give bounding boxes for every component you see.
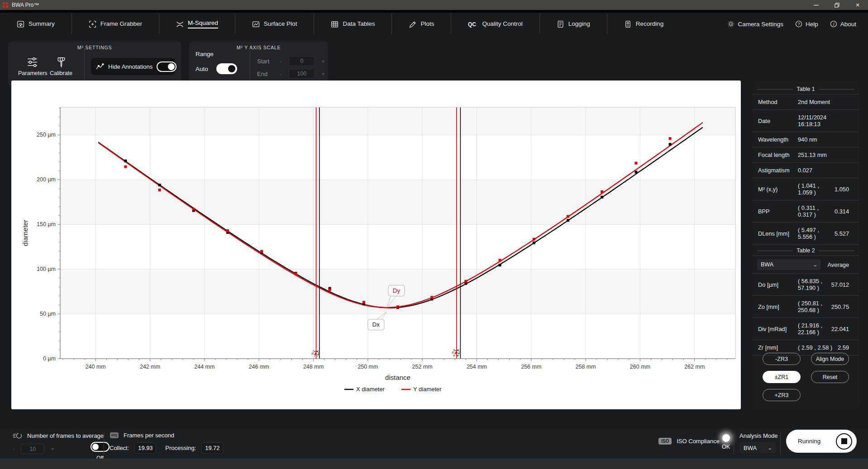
calibrate-label: Calibrate	[47, 70, 75, 76]
frames-average-label: Number of frames to average	[27, 432, 104, 439]
frames-minus-button[interactable]: -	[13, 445, 14, 452]
svg-text:QC: QC	[468, 21, 476, 28]
fps-label: Frames per second	[124, 432, 174, 439]
start-plus-button[interactable]: +	[321, 58, 325, 65]
tab-surface-plot[interactable]: Surface Plot	[235, 13, 314, 35]
table-row: Do [µm]( 56.835 , 57.190 )57.012	[753, 273, 859, 295]
statusbar-divider	[104, 432, 104, 454]
info-icon: i	[830, 20, 837, 28]
align-mode-button[interactable]: Align Mode	[811, 353, 849, 365]
table2-header: Table 2	[753, 244, 859, 256]
y-axis-title: diameter	[21, 220, 29, 246]
end-label: End	[257, 71, 272, 77]
tab-recording[interactable]: Recording	[607, 13, 681, 35]
hide-annotations-label: Hide Annotations	[108, 63, 153, 70]
iso-status-text: OK	[718, 444, 734, 450]
plus-zr3-button[interactable]: +ZR3	[763, 389, 801, 401]
table-row: DLens [mm]( 5.497 , 5.556 )5.527	[753, 222, 859, 244]
recording-icon	[624, 20, 632, 28]
run-state-label: Running	[798, 438, 820, 445]
logging-icon	[557, 20, 564, 28]
svg-text:248 mm: 248 mm	[303, 364, 324, 370]
tab-frame-grabber[interactable]: Frame Grabber	[72, 13, 159, 35]
end-value-field[interactable]: 100	[289, 69, 315, 79]
analysis-mode-select[interactable]: BWA⌄	[739, 442, 776, 454]
hide-annotations-toggle[interactable]	[157, 62, 176, 72]
beam-caustic-chart[interactable]: 240 mm242 mm244 mm246 mm248 mm250 mm252 …	[11, 81, 741, 409]
start-value-field[interactable]: 0	[289, 56, 315, 66]
table-row: Focal length251.13 mm	[753, 147, 859, 162]
average-column-header: Average	[828, 261, 849, 268]
processing-label: Processing:	[165, 445, 196, 451]
minimize-button[interactable]	[806, 0, 826, 10]
pm-zr1-button[interactable]: ±ZR1	[763, 371, 801, 383]
svg-text:246 mm: 246 mm	[249, 364, 269, 370]
bottom-strip	[0, 459, 868, 469]
help-button[interactable]: ? Help	[795, 20, 818, 28]
frames-average-toggle[interactable]	[91, 442, 110, 452]
chevron-down-icon: ⌄	[767, 445, 773, 450]
svg-text:240 mm: 240 mm	[86, 364, 106, 370]
start-minus-button[interactable]: -	[279, 58, 282, 65]
range-label: Range	[196, 51, 214, 57]
frames-average-group: Number of frames to average - 10 + Off	[13, 432, 104, 454]
parameters-label: Parameters	[18, 70, 46, 76]
svg-text:258 mm: 258 mm	[576, 364, 596, 370]
results-panel: Table 1 Method2nd Moment Date12/11/2024 …	[753, 81, 859, 409]
close-button[interactable]: ×	[847, 0, 868, 10]
surface-plot-icon	[252, 20, 260, 28]
collect-value: 19.93	[134, 442, 156, 454]
svg-text:?: ?	[797, 22, 800, 26]
tab-data-tables[interactable]: Data Tables	[314, 13, 391, 35]
frames-average-field[interactable]: 10	[21, 444, 44, 454]
collect-label: Collect:	[110, 445, 129, 451]
end-minus-button[interactable]: -	[279, 71, 282, 77]
quality-control-icon: QC	[468, 21, 478, 28]
fps-group: FPS Frames per second Collect: 19.93 Pro…	[110, 432, 223, 454]
svg-text:262 mm: 262 mm	[684, 364, 705, 370]
statusbar-divider	[780, 432, 781, 454]
zr-line-label: +Zx	[455, 349, 460, 357]
tab-label: Surface Plot	[264, 20, 297, 28]
tab-plots[interactable]: Plots	[392, 13, 451, 35]
help-label: Help	[806, 21, 818, 28]
reset-button[interactable]: Reset	[811, 371, 849, 383]
zr-button-group: -ZR3 Align Mode ±ZR1 Reset +ZR3	[753, 353, 859, 401]
help-icon: ?	[795, 20, 802, 28]
run-stop-button[interactable]: Running	[786, 430, 857, 453]
calibrate-button[interactable]: Calibrate	[47, 55, 75, 76]
tab-summary[interactable]: Summary	[0, 13, 72, 35]
iso-compliance-group: ISO ISO Compliance	[658, 438, 720, 445]
iso-status-indicator: OK	[718, 433, 734, 450]
tab-quality-control[interactable]: QC Quality Control	[451, 13, 539, 35]
iso-badge: ISO	[658, 438, 672, 445]
table-row: Date12/11/2024 16:18:13	[753, 109, 859, 132]
parameters-button[interactable]: Parameters	[18, 55, 46, 76]
about-button[interactable]: i About	[830, 20, 856, 28]
svg-text:Dy: Dy	[393, 287, 401, 294]
window-title: BWA Pro™	[12, 2, 39, 8]
camera-settings-button[interactable]: Camera Settings	[727, 20, 783, 28]
tab-m-squared[interactable]: M-Squared	[159, 13, 235, 35]
tab-logging[interactable]: Logging	[540, 13, 607, 35]
svg-text:50 µm: 50 µm	[40, 311, 56, 317]
app-logo-icon	[3, 2, 9, 8]
plots-icon	[409, 20, 416, 28]
about-label: About	[840, 21, 856, 28]
end-plus-button[interactable]: +	[321, 71, 325, 77]
auto-range-toggle[interactable]	[216, 63, 237, 74]
minus-zr3-button[interactable]: -ZR3	[763, 353, 801, 365]
svg-text:244 mm: 244 mm	[194, 364, 215, 370]
statusbar-divider	[734, 432, 734, 454]
table2-source-select[interactable]: BWA⌄	[757, 259, 820, 270]
restore-button[interactable]	[826, 0, 847, 10]
table1-header: Table 1	[753, 83, 859, 94]
svg-text:254 mm: 254 mm	[467, 364, 487, 370]
table-row: Div [mRad]( 21.916 , 22.166 )22.041	[753, 317, 859, 340]
svg-text:200 µm: 200 µm	[37, 176, 56, 183]
auto-label: Auto	[196, 66, 208, 72]
tab-label: Plots	[420, 20, 434, 28]
frame-grabber-icon	[89, 20, 96, 28]
frames-plus-button[interactable]: +	[51, 445, 54, 452]
tab-label: M-Squared	[188, 19, 218, 28]
